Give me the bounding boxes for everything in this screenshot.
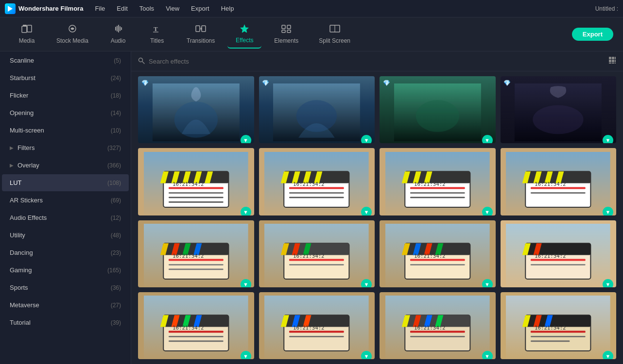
svg-rect-7: [196, 26, 200, 32]
search-input[interactable]: [149, 58, 605, 65]
effect-item-movie-11[interactable]: 16:21:34:2 ▼ Movie 11: [138, 292, 254, 359]
sidebar-item-sports[interactable]: Sports (36): [2, 279, 129, 296]
download-btn-12[interactable]: ▼: [603, 279, 613, 287]
effect-item-movie-1[interactable]: 16:21:34:2 ▼ Movie 1: [138, 148, 254, 215]
titles-label: Titles: [150, 37, 164, 44]
tool-elements[interactable]: Elements: [266, 20, 306, 48]
sidebar-item-tutorial[interactable]: Tutorial (39): [2, 314, 129, 331]
svg-text:16:21:34:2: 16:21:34:2: [293, 325, 325, 331]
svg-text:16:21:34:2: 16:21:34:2: [535, 325, 566, 331]
svg-rect-77: [531, 192, 586, 194]
svg-rect-55: [289, 187, 344, 189]
download-btn-16[interactable]: ▼: [603, 351, 613, 359]
menu-edit[interactable]: Edit: [115, 4, 129, 13]
download-btn-10[interactable]: ▼: [361, 279, 372, 287]
effect-item-movie-3[interactable]: 16:21:34:2 ▼ Movie 3: [380, 148, 496, 215]
sidebar-item-opening[interactable]: Opening (14): [2, 104, 129, 121]
effect-item-contemporary-1[interactable]: 💎 ▼ Contemporary Pack Cool...: [138, 76, 254, 143]
svg-rect-26: [615, 63, 616, 64]
svg-rect-24: [609, 63, 611, 64]
main-content: Scanline (5) Starburst (24) Flicker (18)…: [0, 51, 623, 364]
download-btn-14[interactable]: ▼: [361, 351, 372, 359]
sidebar-item-filters[interactable]: ▶ Filters (327): [2, 139, 129, 156]
sidebar-item-multi-screen[interactable]: Multi-screen (10): [2, 122, 129, 139]
sidebar-item-starburst[interactable]: Starburst (24): [2, 69, 129, 86]
sidebar-item-scanline[interactable]: Scanline (5): [2, 52, 129, 69]
effect-item-movie-4[interactable]: 16:21:34:2 ▼ Movie 4: [501, 148, 617, 215]
download-btn-9[interactable]: ▼: [241, 279, 251, 287]
menu-tools[interactable]: Tools: [138, 4, 156, 13]
effect-item-contemporary-2[interactable]: 💎 ▼ Contemporary Pack Cool...: [259, 76, 375, 143]
sidebar-item-audio-effects[interactable]: Audio Effects (12): [2, 209, 129, 226]
tool-split-screen[interactable]: Split Screen: [311, 20, 358, 48]
overlay-expand-icon: ▶: [10, 163, 14, 168]
sidebar-item-overlay[interactable]: ▶ Overlay (366): [2, 157, 129, 174]
sidebar-item-ar-stickers[interactable]: AR Stickers (69): [2, 192, 129, 209]
effect-item-movie-12[interactable]: 16:21:34:2 ▼ Movie 12: [259, 292, 375, 359]
download-btn-8[interactable]: ▼: [603, 207, 613, 215]
effect-thumb-14: 16:21:34:2 ▼: [259, 292, 375, 359]
svg-marker-9: [240, 24, 249, 33]
effect-item-movie-9[interactable]: 16:21:34:2 ▼ Movie 9: [380, 220, 496, 287]
download-btn-1[interactable]: ▼: [241, 135, 251, 143]
stock-media-icon: [67, 24, 78, 35]
sidebar-item-dancing[interactable]: Dancing (23): [2, 244, 129, 261]
effect-item-movie-13[interactable]: 16:21:34:2 ▼ Movie 13: [380, 292, 496, 359]
tool-media[interactable]: Media: [10, 20, 44, 48]
effect-thumb-13: 16:21:34:2 ▼: [138, 292, 254, 359]
tool-audio[interactable]: Audio: [101, 20, 135, 48]
svg-rect-57: [289, 197, 344, 198]
effect-item-movie-10[interactable]: 16:21:34:2 ▼ Movie 10: [501, 220, 617, 287]
effect-thumb-15: 16:21:34:2 ▼: [380, 292, 496, 359]
download-btn-3[interactable]: ▼: [482, 135, 493, 143]
effect-item-movie-14[interactable]: 16:21:34:2 ▼ Movie 14: [501, 292, 617, 359]
grid-view-icon[interactable]: [608, 56, 616, 66]
svg-rect-21: [609, 60, 611, 62]
download-btn-2[interactable]: ▼: [361, 135, 372, 143]
svg-text:16:21:34:2: 16:21:34:2: [535, 181, 566, 187]
svg-rect-46: [169, 201, 224, 203]
tool-transitions[interactable]: Transitions: [179, 20, 223, 48]
svg-rect-145: [410, 336, 465, 337]
tool-stock-media[interactable]: Stock Media: [49, 20, 96, 48]
premium-badge-1: 💎: [141, 79, 149, 87]
sidebar-item-lut[interactable]: LUT (108): [2, 174, 129, 191]
sidebar-item-metaverse[interactable]: Metaverse (27): [2, 297, 129, 314]
svg-point-16: [139, 58, 143, 62]
sidebar-item-utility[interactable]: Utility (48): [2, 227, 129, 244]
elements-icon: [281, 24, 292, 35]
menu-bar: Wondershare Filmora File Edit Tools View…: [0, 0, 623, 17]
menu-export[interactable]: Export: [189, 4, 211, 13]
sidebar-item-gaming[interactable]: Gaming (165): [2, 262, 129, 279]
app-logo: Wondershare Filmora: [5, 3, 83, 14]
effect-item-contemporary-4[interactable]: 💎 ▼ Contemporary Pack Alien...: [501, 76, 617, 143]
effect-item-movie-7[interactable]: 16:21:34:2 ▼ Movie 7: [259, 220, 375, 287]
svg-rect-125: [169, 336, 224, 337]
effect-item-contemporary-3[interactable]: 💎 ▼ Contemporary Pack Cool...: [380, 76, 496, 143]
tool-effects[interactable]: Effects: [227, 20, 261, 49]
transitions-label: Transitions: [187, 37, 215, 44]
download-btn-7[interactable]: ▼: [482, 207, 493, 215]
menu-help[interactable]: Help: [219, 4, 236, 13]
download-btn-4[interactable]: ▼: [603, 135, 613, 143]
download-btn-13[interactable]: ▼: [241, 351, 251, 359]
download-btn-15[interactable]: ▼: [482, 351, 493, 359]
menu-view[interactable]: View: [164, 4, 181, 13]
split-screen-icon: [329, 24, 340, 35]
download-btn-6[interactable]: ▼: [361, 207, 372, 215]
effect-thumb-4: 💎 ▼: [501, 76, 617, 143]
download-btn-11[interactable]: ▼: [482, 279, 493, 287]
media-icon: [21, 24, 32, 35]
svg-rect-18: [609, 57, 611, 59]
export-button[interactable]: Export: [572, 28, 613, 41]
sidebar-item-flicker[interactable]: Flicker (18): [2, 87, 129, 104]
svg-rect-1: [22, 26, 27, 33]
download-btn-5[interactable]: ▼: [241, 207, 251, 215]
app-name: Wondershare Filmora: [18, 5, 83, 12]
menu-file[interactable]: File: [93, 4, 107, 13]
effect-thumb-9: 16:21:34:2 ▼: [138, 220, 254, 287]
tool-titles[interactable]: T Titles: [140, 20, 174, 48]
svg-text:T: T: [154, 25, 158, 33]
effect-item-movie-5[interactable]: 16:21:34:2 ▼ Movie 5: [138, 220, 254, 287]
effect-item-movie-2[interactable]: 16:21:34:2 ▼ Movie 2: [259, 148, 375, 215]
